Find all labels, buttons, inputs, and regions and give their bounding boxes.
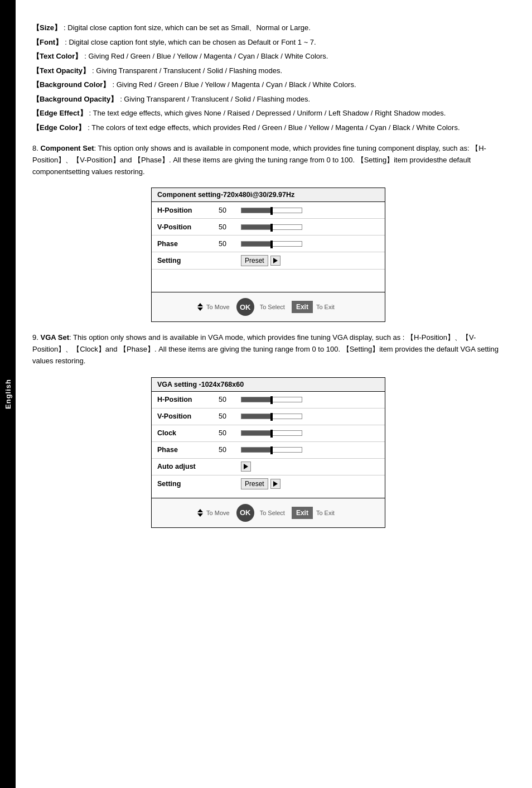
component-hposition-fill [241, 208, 272, 213]
vga-nav-tomove-label: To Move [206, 510, 230, 516]
bullet-item-background-opacity: 【Background Opacity】 : Giving Transparen… [32, 94, 504, 105]
vga-phase-fill [241, 448, 272, 452]
vga-nav-toselect-label: To Select [260, 510, 285, 516]
section9-header: 9. VGA Set: This option only shows and i… [32, 332, 504, 367]
component-preset-arrow[interactable] [270, 256, 280, 266]
vga-clock-bar [241, 430, 302, 436]
vga-down-arrow-icon [197, 513, 203, 517]
vga-autoadjust-row: Auto adjust [152, 459, 385, 475]
vga-exit-button[interactable]: Exit [292, 507, 313, 519]
vga-vposition-label: V-Position [157, 412, 219, 420]
component-hposition-value: 50 [219, 206, 241, 214]
vga-hposition-bar-container [241, 397, 379, 402]
vga-hposition-fill [241, 397, 272, 402]
component-nav-toselect-label: To Select [260, 304, 285, 310]
component-vposition-thumb [270, 224, 273, 232]
sidebar-label: English [4, 379, 12, 409]
component-phase-label: Phase [157, 240, 219, 248]
font-text: : Digital close caption font style, whic… [65, 37, 504, 48]
vga-phase-bar-container [241, 447, 379, 453]
component-nav-updown-icon [197, 303, 203, 311]
section8-number: 8. [32, 144, 40, 152]
vga-setting-row: Setting Preset [152, 475, 385, 492]
bullet-list: 【Size】 : Digital close caption font size… [32, 22, 504, 133]
component-hposition-bar [241, 208, 302, 213]
vga-autoadjust-arrow[interactable] [241, 462, 251, 472]
component-vposition-value: 50 [219, 223, 241, 231]
component-phase-thumb [270, 241, 273, 248]
section9-description: : This option only shows and is availabl… [32, 333, 499, 365]
vga-vposition-row: V-Position 50 [152, 409, 385, 425]
page-wrapper: English 【Size】 : Digital close caption f… [0, 0, 532, 788]
vga-phase-value: 50 [219, 446, 241, 454]
section9-title: VGA Set [40, 333, 69, 342]
vga-clock-row: Clock 50 [152, 425, 385, 442]
vga-setting-control: Preset [241, 478, 379, 489]
component-spacer-row [152, 270, 385, 286]
vga-vposition-thumb [270, 413, 273, 421]
component-nav-tomove-label: To Move [206, 304, 230, 310]
component-hposition-row: H-Position 50 [152, 202, 385, 219]
vga-hposition-value: 50 [219, 396, 241, 403]
section8-title: Component Set [40, 144, 94, 152]
vga-phase-row: Phase 50 [152, 442, 385, 459]
component-vposition-row: V-Position 50 [152, 219, 385, 236]
component-hposition-label: H-Position [157, 206, 219, 214]
vga-nav-bar: To Move OK To Select Exit To Exit [152, 498, 385, 527]
vga-ok-button[interactable]: OK [236, 504, 254, 522]
component-phase-bar-container [241, 241, 379, 247]
text-color-text: : Giving Red / Green / Blue / Yellow / M… [84, 51, 504, 62]
component-setting-control: Preset [241, 255, 379, 266]
background-color-text: : Giving Red / Green / Blue / Yellow / M… [112, 79, 504, 90]
vga-vposition-bar-container [241, 414, 379, 419]
vga-phase-label: Phase [157, 446, 219, 454]
component-hposition-thumb [270, 207, 273, 215]
vga-autoadjust-control [241, 462, 379, 472]
edge-effect-bracket: 【Edge Effect】 [32, 108, 87, 119]
vga-phase-bar [241, 447, 302, 453]
sidebar: English [0, 0, 16, 788]
section9-number: 9. [32, 333, 40, 342]
bullet-item-edge-color: 【Edge Color】 : The colors of text edge e… [32, 122, 504, 133]
text-opacity-text: : Giving Transparent / Translucent / Sol… [92, 65, 504, 76]
bullet-item-text-opacity: 【Text Opacity】 : Giving Transparent / Tr… [32, 65, 504, 76]
component-ok-button[interactable]: OK [236, 298, 254, 316]
font-bracket: 【Font】 [32, 37, 62, 48]
vga-vposition-value: 50 [219, 412, 241, 420]
bullet-item-edge-effect: 【Edge Effect】 : The text edge effects, w… [32, 108, 504, 119]
edge-effect-text: : The text edge effects, which gives Non… [89, 108, 504, 119]
vga-clock-bar-container [241, 430, 379, 436]
component-nav-toexit-label: To Exit [316, 304, 335, 310]
vga-preset-arrow[interactable] [270, 479, 280, 489]
vga-clock-label: Clock [157, 429, 219, 437]
component-hposition-bar-container [241, 208, 379, 213]
vga-preset-button[interactable]: Preset [241, 478, 268, 489]
component-phase-row: Phase 50 [152, 236, 385, 252]
component-vposition-fill [241, 225, 272, 229]
bullet-item-text-color: 【Text Color】 : Giving Red / Green / Blue… [32, 51, 504, 62]
vga-nav-toexit-label: To Exit [316, 510, 335, 516]
text-opacity-bracket: 【Text Opacity】 [32, 65, 90, 76]
background-color-bracket: 【Background Color】 [32, 79, 110, 90]
component-setting-row: Setting Preset [152, 252, 385, 270]
vga-clock-value: 50 [219, 429, 241, 437]
component-vposition-bar-container [241, 224, 379, 230]
component-preset-button[interactable]: Preset [241, 255, 268, 266]
edge-color-bracket: 【Edge Color】 [32, 122, 85, 133]
main-content: 【Size】 : Digital close caption font size… [16, 0, 532, 788]
vga-clock-thumb [270, 430, 273, 438]
vga-vposition-bar [241, 414, 302, 419]
vga-clock-fill [241, 431, 272, 435]
vga-hposition-row: H-Position 50 [152, 392, 385, 409]
vga-box-title: VGA setting -1024x768x60 [152, 378, 385, 392]
bullet-item-font: 【Font】 : Digital close caption font styl… [32, 37, 504, 48]
component-exit-button[interactable]: Exit [292, 301, 313, 313]
section8-description: : This option only shows and is availabl… [32, 144, 486, 176]
vga-nav-updown-icon [197, 509, 203, 517]
size-text: : Digital close caption font size, which… [64, 22, 504, 33]
up-arrow-icon [197, 303, 203, 306]
section8-header: 8. Component Set: This option only shows… [32, 143, 504, 177]
component-setting-box: Component setting-720x480i@30/29.97Hz H-… [151, 188, 385, 322]
down-arrow-icon [197, 307, 203, 311]
vga-up-arrow-icon [197, 509, 203, 512]
